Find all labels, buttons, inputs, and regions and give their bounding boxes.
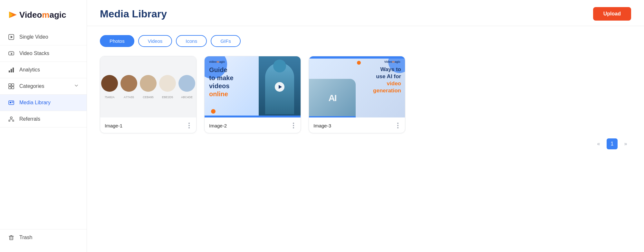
media-card-menu-2[interactable] — [291, 121, 296, 130]
categories-icon — [8, 83, 15, 90]
svg-rect-12 — [9, 87, 11, 89]
header: Media Library Upload — [87, 0, 644, 26]
svg-rect-8 — [11, 69, 12, 72]
media-grid: 75482A A77A55 CEB495 EBE2D5 ABC4DE Image… — [100, 56, 631, 133]
media-card-image-1: 75482A A77A55 CEB495 EBE2D5 ABC4DE Image… — [100, 56, 197, 133]
palette-circle-3 — [140, 75, 157, 92]
svg-rect-13 — [12, 87, 14, 89]
vg-play-button[interactable] — [275, 82, 284, 92]
logo-m: m — [42, 10, 49, 20]
media-card-name-2: Image-2 — [209, 123, 227, 128]
vg-person-area — [259, 56, 301, 117]
sidebar-item-label: Referrals — [19, 116, 79, 122]
analytics-icon — [8, 66, 15, 73]
tab-videos[interactable]: Videos — [138, 35, 172, 47]
sidebar-item-trash[interactable]: Trash — [0, 229, 87, 246]
sidebar-item-analytics[interactable]: Analytics — [0, 62, 87, 78]
svg-point-20 — [13, 120, 14, 121]
prev-page-button[interactable]: « — [593, 138, 604, 149]
sidebar-item-media-library[interactable]: Media Library — [0, 95, 87, 111]
svg-rect-7 — [9, 70, 10, 72]
ai-hand-area: AI — [309, 79, 356, 117]
svg-rect-5 — [9, 51, 13, 52]
palette-label-3: CEB495 — [140, 96, 157, 99]
ai-bottom-bar — [309, 116, 356, 117]
palette-label-2: A77A55 — [120, 96, 137, 99]
svg-rect-15 — [10, 102, 11, 103]
trash-label: Trash — [19, 235, 79, 240]
svg-rect-21 — [10, 236, 13, 240]
svg-rect-9 — [13, 68, 14, 72]
media-card-image-2: videomagic Guideto makevideosonline — [204, 56, 301, 133]
media-thumb-3: Videomagic Ways touse AI forvideogenerat… — [309, 56, 405, 117]
ai-headline: Ways touse AI forvideogeneration — [373, 66, 401, 94]
next-page-button[interactable]: » — [620, 138, 631, 149]
tab-photos[interactable]: Photos — [100, 35, 134, 47]
play-triangle — [279, 85, 282, 89]
ai-dot — [357, 61, 361, 65]
tab-icons[interactable]: Icons — [176, 35, 207, 47]
media-card-image-3: Videomagic Ways touse AI forvideogenerat… — [309, 56, 405, 133]
ai-top-bar — [309, 56, 405, 59]
trash-icon — [8, 234, 15, 241]
vg-dot — [211, 109, 216, 114]
palette-label-4: EBE2D5 — [159, 96, 176, 99]
palette-circle-1 — [101, 75, 118, 92]
ai-brand: Videomagic — [384, 60, 400, 63]
stack-icon — [8, 50, 15, 57]
sidebar-item-label: Media Library — [19, 100, 79, 106]
logo-icon — [8, 10, 18, 20]
media-thumb-1: 75482A A77A55 CEB495 EBE2D5 ABC4DE — [100, 56, 196, 117]
palette-label-1: 75482A — [101, 96, 118, 99]
chevron-down-icon — [74, 83, 79, 89]
sidebar-item-single-video[interactable]: Single Video — [0, 29, 87, 45]
palette-circle-2 — [120, 75, 137, 92]
sidebar-item-categories[interactable]: Categories — [0, 78, 87, 95]
svg-marker-3 — [11, 36, 13, 38]
media-card-menu-3[interactable] — [395, 121, 400, 130]
main-content: Media Library Upload Photos Videos Icons… — [87, 0, 644, 252]
tabs-bar: Photos Videos Icons GIFs — [100, 35, 631, 47]
vg-brand: videomagic — [209, 60, 225, 63]
play-icon — [8, 33, 15, 41]
svg-marker-6 — [11, 53, 13, 55]
svg-rect-10 — [9, 84, 11, 86]
sidebar-item-referrals[interactable]: Referrals — [0, 111, 87, 127]
palette-circle-4 — [159, 75, 176, 92]
svg-point-18 — [10, 117, 12, 119]
sidebar: Videomagic Single Video Video Stacks Ana… — [0, 0, 87, 252]
vg-person-head — [273, 60, 286, 72]
ai-label: AI — [329, 93, 336, 103]
palette-label-5: ABC4DE — [178, 96, 195, 99]
palette-circle-5 — [178, 75, 195, 92]
pagination: « 1 » — [100, 133, 631, 154]
media-card-name-3: Image-3 — [313, 123, 331, 128]
logo-text: Videomagic — [19, 10, 66, 20]
media-thumb-2: videomagic Guideto makevideosonline — [205, 56, 301, 117]
vg-bottom-bar — [205, 116, 301, 117]
media-library-icon — [8, 99, 15, 106]
page-1-button[interactable]: 1 — [607, 138, 618, 149]
vg-headline: Guideto makevideosonline — [209, 66, 234, 98]
sidebar-item-video-stacks[interactable]: Video Stacks — [0, 45, 87, 62]
sidebar-item-label: Single Video — [19, 34, 79, 40]
media-card-name-1: Image-1 — [105, 123, 122, 128]
upload-button[interactable]: Upload — [593, 7, 631, 21]
svg-point-19 — [9, 120, 10, 121]
tab-gifs[interactable]: GIFs — [211, 35, 241, 47]
svg-rect-11 — [12, 84, 14, 86]
sidebar-item-label: Video Stacks — [19, 51, 79, 56]
content-area: Photos Videos Icons GIFs — [87, 26, 644, 252]
logo: Videomagic — [0, 6, 87, 29]
sidebar-item-label: Categories — [19, 83, 69, 89]
referrals-icon — [8, 116, 15, 123]
sidebar-item-label: Analytics — [19, 67, 79, 73]
page-title: Media Library — [100, 8, 167, 20]
media-card-menu-1[interactable] — [187, 121, 192, 130]
